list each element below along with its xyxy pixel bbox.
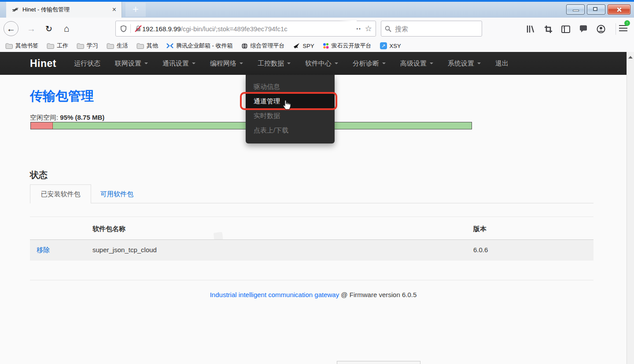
footer-firmware-text: @ Firmware version 6.0.5 <box>341 291 417 298</box>
nav-network-settings[interactable]: 联网设置 <box>115 59 148 68</box>
bookmark-spy[interactable]: SPY <box>293 43 314 49</box>
toolbar-separator <box>616 23 616 35</box>
dropdown-item-driver-info[interactable]: 驱动信息 <box>246 79 335 94</box>
nav-system-settings[interactable]: 系统设置 <box>448 59 481 68</box>
package-version-cell: 6.0.6 <box>473 246 488 254</box>
close-button[interactable] <box>608 4 630 15</box>
nav-comm-settings[interactable]: 通讯设置 <box>162 59 195 68</box>
home-button[interactable]: ⌂ <box>59 21 74 36</box>
tabs-underline <box>30 203 593 203</box>
table-top-separator <box>30 217 593 217</box>
mouse-cursor <box>282 100 291 110</box>
urlbar-separator <box>130 24 131 33</box>
account-icon[interactable] <box>596 24 606 34</box>
bookmark-folder-misc[interactable]: 其他 <box>136 42 158 50</box>
forward-button: → <box>24 21 39 36</box>
footer-gateway-link[interactable]: Industrial intelligent communication gat… <box>210 291 339 298</box>
vertical-scrollbar[interactable] <box>627 52 634 364</box>
folder-icon <box>136 43 144 49</box>
restore-icon <box>593 7 597 11</box>
free-space-value: 95% (8.75 MB) <box>60 114 104 121</box>
column-header-version: 版本 <box>473 225 487 233</box>
free-space-line: 空闲空间: 95% (8.75 MB) <box>30 114 104 122</box>
package-name-cell: super_json_tcp_cloud <box>92 246 157 254</box>
minimize-icon <box>573 10 579 11</box>
search-input[interactable] <box>395 25 470 33</box>
status-heading: 状态 <box>30 169 48 181</box>
table-row: 移除 super_json_tcp_cloud 6.0.6 <box>30 240 593 261</box>
free-space-label: 空闲空间: <box>30 114 58 121</box>
ezviz-color-dots-icon <box>323 43 329 49</box>
url-host: 192.168.9.99 <box>142 25 181 33</box>
restore-button[interactable] <box>587 4 605 15</box>
minimize-button[interactable] <box>566 4 585 15</box>
bookmark-folder-work[interactable]: 工作 <box>47 42 68 50</box>
tab-installed-packages[interactable]: 已安装软件包 <box>30 184 91 203</box>
nav-analysis-diagnosis[interactable]: 分析诊断 <box>353 59 386 68</box>
nav-advanced-settings[interactable]: 高级设置 <box>400 59 433 68</box>
blue-arrow-tile-icon: ↗ <box>380 42 387 49</box>
url-bar[interactable]: 192.168.9.99/cgi-bin/luci/;stok=489fe39e… <box>115 21 376 37</box>
bookmark-management-platform[interactable]: 综合管理平台 <box>241 42 285 50</box>
dropdown-item-point-table[interactable]: 点表上/下载 <box>246 123 335 137</box>
library-icon[interactable] <box>526 24 535 34</box>
column-header-package-name: 软件包名称 <box>92 225 125 233</box>
url-text[interactable]: 192.168.9.99/cgi-bin/luci/;stok=489fe39e… <box>142 25 351 33</box>
search-bar[interactable] <box>381 21 482 37</box>
browser-tab[interactable]: Hinet - 传输包管理 × <box>6 2 122 18</box>
tab-close-icon[interactable]: × <box>111 6 118 14</box>
bookmark-tencent-mail[interactable]: 腾讯企业邮箱 - 收件箱 <box>166 42 233 50</box>
new-tab-button[interactable]: + <box>125 3 146 17</box>
update-badge: ↑ <box>624 20 630 26</box>
used-space-segment <box>31 122 53 129</box>
site-navbar: Hinet 运行状态 联网设置 通讯设置 编程网络 工控数据 软件中心 分析诊断… <box>0 52 627 75</box>
nav-industrial-data[interactable]: 工控数据 <box>258 59 291 68</box>
table-bottom-separator <box>30 280 593 280</box>
nav-run-status[interactable]: 运行状态 <box>74 59 100 68</box>
menu-hamburger-icon[interactable] <box>619 25 627 31</box>
bookmark-star-icon[interactable]: ☆ <box>365 24 372 33</box>
tab-title: Hinet - 传输包管理 <box>22 6 111 14</box>
search-icon <box>385 26 391 32</box>
back-button[interactable]: ← <box>4 21 18 36</box>
globe-icon <box>241 43 248 49</box>
tab-available-packages[interactable]: 可用软件包 <box>100 185 133 203</box>
page-actions-icon[interactable]: ••• <box>354 26 361 31</box>
plane-icon <box>293 43 300 49</box>
folder-icon <box>5 43 13 49</box>
close-icon <box>616 7 622 13</box>
nav-logout[interactable]: 退出 <box>495 59 509 68</box>
site-favicon-icon <box>11 6 18 13</box>
tracking-shield-icon[interactable] <box>120 25 127 32</box>
url-path: /cgi-bin/luci/;stok=489fe39ec794fc1c <box>181 25 288 33</box>
nav-programming-network[interactable]: 编程网络 <box>210 59 243 68</box>
sidebar-toggle-icon[interactable] <box>561 24 571 34</box>
bookmark-ezviz[interactable]: 萤石云开放平台 <box>323 42 372 50</box>
titlebar[interactable]: Hinet - 传输包管理 × + <box>0 2 634 18</box>
bookmark-folder-study[interactable]: 学习 <box>77 42 98 50</box>
brand-logo[interactable]: Hinet <box>30 58 56 70</box>
nav-software-center[interactable]: 软件中心 <box>305 59 338 68</box>
chat-bubble-icon[interactable] <box>579 24 588 34</box>
folder-icon <box>107 43 114 49</box>
screenshot-crop-icon[interactable] <box>543 24 553 34</box>
bookmark-folder-other-bookmarks[interactable]: 其他书签 <box>5 42 38 50</box>
scrollbar-up-arrow-icon[interactable] <box>628 56 633 59</box>
insecure-lock-icon[interactable] <box>134 25 142 32</box>
bottom-partial-element <box>337 361 420 364</box>
folder-icon <box>47 43 54 49</box>
reload-button[interactable]: ↻ <box>41 21 56 36</box>
remove-link[interactable]: 移除 <box>37 246 50 254</box>
bookmarks-bar: 其他书签 工作 学习 生活 其他 腾讯企业邮箱 - 收件箱 综合管理平台 SP <box>0 40 634 52</box>
tencent-mail-icon <box>166 43 173 49</box>
browser-window: Hinet - 传输包管理 × + ← → ↻ ⌂ 192.168.9.99/c… <box>0 0 634 364</box>
bookmark-xsy[interactable]: ↗ XSY <box>380 42 401 49</box>
folder-icon <box>77 43 84 49</box>
page-title: 传输包管理 <box>30 88 94 105</box>
page-footer: Industrial intelligent communication gat… <box>0 291 627 298</box>
bookmark-folder-life[interactable]: 生活 <box>107 42 128 50</box>
